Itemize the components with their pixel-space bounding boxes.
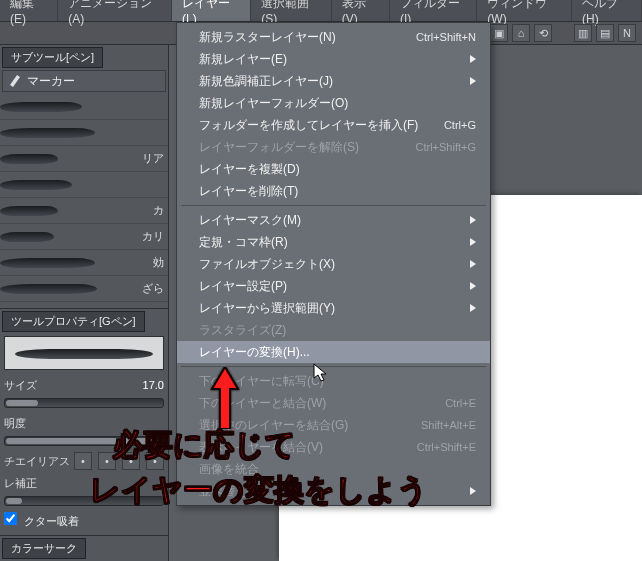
mi-file-object[interactable]: ファイルオブジェクト(X) <box>177 253 490 275</box>
layer-menu-dropdown: 新規ラスターレイヤー(N)Ctrl+Shift+N 新規レイヤー(E) 新規色調… <box>176 22 491 506</box>
mi-sort: 並べ替え(A) <box>177 480 490 502</box>
mi-new-layer[interactable]: 新規レイヤー(E) <box>177 48 490 70</box>
opacity-slider[interactable] <box>4 436 164 446</box>
toolbar-icon-5[interactable]: ▥ <box>574 24 592 42</box>
chevron-right-icon <box>470 282 476 290</box>
menu-edit[interactable]: 編集(E) <box>0 0 58 21</box>
stabilize-slider[interactable] <box>4 496 164 506</box>
mi-flatten: 画像を統合 <box>177 458 490 480</box>
chevron-right-icon <box>470 55 476 63</box>
brush-preset-6[interactable]: カリ <box>0 224 168 250</box>
toolbar-icon-4[interactable]: ⟲ <box>534 24 552 42</box>
mi-layermask[interactable]: レイヤーマスク(M) <box>177 209 490 231</box>
prop-antialias: チエイリアス • • • • <box>0 450 168 472</box>
mi-merge-below: 下のレイヤーと結合(W)Ctrl+E <box>177 392 490 414</box>
mi-ungroup: レイヤーフォルダーを解除(S)Ctrl+Shift+G <box>177 136 490 158</box>
toolbar-icon-7[interactable]: N <box>618 24 636 42</box>
menu-layer[interactable]: レイヤー(L) <box>172 0 251 21</box>
menubar: 編集(E) アニメーション(A) レイヤー(L) 選択範囲(S) 表示(V) フ… <box>0 0 642 22</box>
chevron-right-icon <box>470 487 476 495</box>
menu-window[interactable]: ウィンドウ(W) <box>477 0 572 21</box>
brush-preset-7[interactable]: 効 <box>0 250 168 276</box>
mi-merge-selected: 選択中のレイヤーを結合(G)Shift+Alt+E <box>177 414 490 436</box>
brush-preset-1[interactable] <box>0 94 168 120</box>
prop-stabilize: レ補正 <box>0 472 168 494</box>
mi-convert-layer[interactable]: レイヤーの変換(H)... <box>177 341 490 363</box>
mi-folder-insert[interactable]: フォルダーを作成してレイヤーを挿入(F)Ctrl+G <box>177 114 490 136</box>
colorcircle-tab[interactable]: カラーサーク <box>2 538 86 559</box>
mi-merge-visible: 表示レイヤーを結合(V)Ctrl+Shift+E <box>177 436 490 458</box>
mi-duplicate[interactable]: レイヤーを複製(D) <box>177 158 490 180</box>
toolbar-icon-6[interactable]: ▤ <box>596 24 614 42</box>
left-panel-column: サブツール[ペン] マーカー リア カ カリ 効 ざら ツールプロパティ[Gペン… <box>0 45 169 561</box>
toolproperty-tab[interactable]: ツールプロパティ[Gペン] <box>2 311 145 332</box>
vector-snap-label: クター吸着 <box>24 515 79 527</box>
menu-separator <box>181 205 486 206</box>
brush-preview <box>4 336 164 370</box>
chevron-right-icon <box>470 304 476 312</box>
aa-opt-2[interactable]: • <box>98 452 116 470</box>
mi-layer-settings[interactable]: レイヤー設定(P) <box>177 275 490 297</box>
size-slider[interactable] <box>4 398 164 408</box>
aa-opt-3[interactable]: • <box>122 452 140 470</box>
menu-filter[interactable]: フィルター(I) <box>390 0 477 21</box>
chevron-right-icon <box>470 216 476 224</box>
size-value: 17.0 <box>143 379 164 391</box>
mi-ruler-frame[interactable]: 定規・コマ枠(R) <box>177 231 490 253</box>
brush-preset-4[interactable] <box>0 172 168 198</box>
mi-delete[interactable]: レイヤーを削除(T) <box>177 180 490 202</box>
mi-transfer-below: 下のレイヤーに転写(C) <box>177 370 490 392</box>
marker-label: マーカー <box>27 73 75 90</box>
menu-animation[interactable]: アニメーション(A) <box>58 0 172 21</box>
brush-preset-5[interactable]: カ <box>0 198 168 224</box>
chevron-right-icon <box>470 77 476 85</box>
chevron-right-icon <box>470 260 476 268</box>
mi-new-folder[interactable]: 新規レイヤーフォルダー(O) <box>177 92 490 114</box>
prop-opacity: 明度 <box>0 412 168 434</box>
vector-snap-check[interactable] <box>4 512 17 525</box>
menu-selection[interactable]: 選択範囲(S) <box>251 0 331 21</box>
chevron-right-icon <box>470 238 476 246</box>
brush-preset-2[interactable] <box>0 120 168 146</box>
mi-rasterize: ラスタライズ(Z) <box>177 319 490 341</box>
menu-view[interactable]: 表示(V) <box>332 0 390 21</box>
toolbar-icon-3[interactable]: ⌂ <box>512 24 530 42</box>
prop-size: サイズ 17.0 <box>0 374 168 396</box>
subtool-tab[interactable]: サブツール[ペン] <box>2 47 103 68</box>
brush-preset-3[interactable]: リア <box>0 146 168 172</box>
mi-new-raster[interactable]: 新規ラスターレイヤー(N)Ctrl+Shift+N <box>177 26 490 48</box>
menu-help[interactable]: ヘルプ(H) <box>572 0 642 21</box>
mi-selection-from-layer[interactable]: レイヤーから選択範囲(Y) <box>177 297 490 319</box>
mi-new-adjustment[interactable]: 新規色調補正レイヤー(J) <box>177 70 490 92</box>
menu-separator <box>181 366 486 367</box>
toolbar-icon-2[interactable]: ▣ <box>490 24 508 42</box>
aa-opt-1[interactable]: • <box>74 452 92 470</box>
marker-icon <box>7 72 23 91</box>
brush-preset-8[interactable]: ざら <box>0 276 168 302</box>
marker-tool-row[interactable]: マーカー <box>2 70 166 92</box>
aa-opt-4[interactable]: • <box>146 452 164 470</box>
